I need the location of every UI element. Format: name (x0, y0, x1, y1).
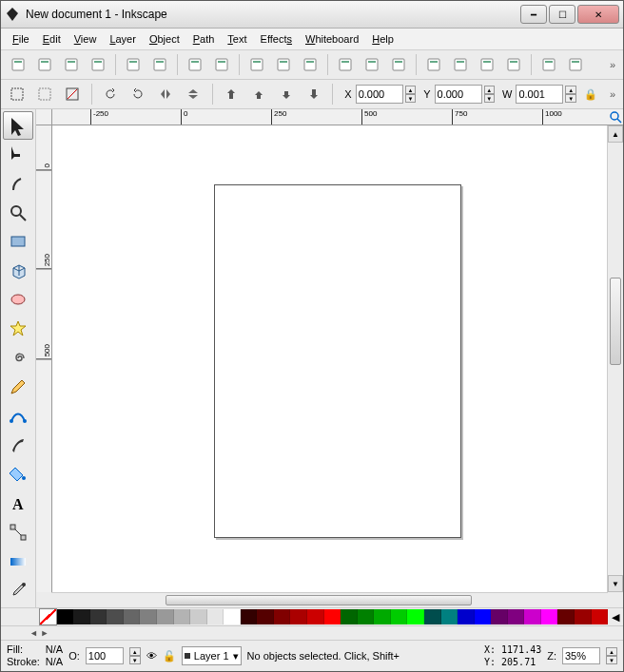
print-icon[interactable] (86, 52, 110, 77)
swatch[interactable] (274, 609, 291, 624)
raise-top-icon[interactable] (220, 82, 244, 106)
no-fill-swatch[interactable] (39, 608, 57, 625)
menu-help[interactable]: Help (366, 31, 400, 47)
select-all-icon[interactable] (6, 82, 29, 106)
swatch[interactable] (174, 609, 191, 624)
zoom-drawing-icon[interactable] (386, 52, 411, 77)
swatch[interactable] (575, 609, 592, 624)
swatch[interactable] (374, 609, 391, 624)
expand-main-toolbar[interactable]: » (606, 59, 619, 70)
ruler-horizontal[interactable]: -25002505007501000 (52, 109, 623, 125)
dropper-tool[interactable] (3, 577, 33, 605)
flip-v-icon[interactable] (182, 82, 205, 106)
x-spinner[interactable]: ▲▼ (405, 86, 416, 103)
swatch[interactable] (73, 609, 90, 624)
text-tool[interactable]: A (3, 490, 33, 518)
x-input[interactable] (356, 85, 403, 104)
layer-selector[interactable]: Layer 1 ▾ (182, 646, 242, 665)
select-tool[interactable] (3, 111, 33, 140)
bezier-tool[interactable] (3, 402, 33, 431)
ruler-vertical[interactable]: 0250500 (36, 125, 52, 592)
lower-bottom-icon[interactable] (302, 82, 325, 106)
canvas[interactable] (52, 125, 607, 592)
swatch[interactable] (224, 609, 241, 624)
spiral-tool[interactable] (3, 344, 33, 373)
swatch[interactable] (475, 609, 492, 624)
swatch[interactable] (592, 609, 609, 624)
gradient-tool[interactable] (3, 547, 33, 576)
swatch[interactable] (57, 609, 74, 624)
swatch[interactable] (508, 609, 525, 624)
undo-icon[interactable] (183, 52, 207, 77)
swatch[interactable] (257, 609, 274, 624)
swatch[interactable] (324, 609, 341, 624)
pencil-tool[interactable] (3, 373, 33, 401)
layer-lock-icon[interactable]: 🔓 (163, 650, 176, 662)
menu-effects[interactable]: Effects (255, 31, 298, 47)
vertical-scrollbar[interactable]: ▲ ▼ (607, 125, 623, 592)
xml-editor-icon[interactable] (536, 52, 561, 77)
swatch[interactable] (124, 609, 141, 624)
import-icon[interactable] (121, 52, 146, 77)
layer-visibility-icon[interactable]: 👁 (146, 650, 157, 662)
clone-icon[interactable] (448, 52, 473, 77)
fill-value[interactable]: N/A (46, 643, 63, 656)
maximize-button[interactable]: ☐ (549, 5, 575, 24)
redo-icon[interactable] (209, 52, 234, 77)
menu-text[interactable]: Text (222, 31, 252, 47)
stroke-value[interactable]: N/A (46, 656, 63, 668)
duplicate-icon[interactable] (421, 52, 446, 77)
zoom-tool[interactable] (3, 199, 33, 227)
menu-layer[interactable]: Layer (104, 31, 142, 47)
swatch[interactable] (557, 609, 575, 624)
swatch[interactable] (190, 609, 207, 624)
expand-toolbar-icon[interactable]: » (606, 88, 619, 100)
swatch[interactable] (140, 609, 157, 624)
menu-object[interactable]: Object (144, 31, 185, 47)
swatch[interactable] (290, 609, 307, 624)
export-icon[interactable] (147, 52, 172, 77)
align-icon[interactable] (563, 52, 588, 77)
close-button[interactable]: ✕ (577, 5, 619, 24)
swatch[interactable] (157, 609, 174, 624)
rotate-cw-icon[interactable] (127, 82, 150, 106)
new-file-icon[interactable] (6, 52, 30, 77)
swatch[interactable] (407, 609, 424, 624)
open-file-icon[interactable] (32, 52, 57, 77)
menu-view[interactable]: View (68, 31, 103, 47)
swatch[interactable] (541, 609, 558, 624)
y-input[interactable] (435, 85, 482, 104)
horizontal-scrollbar[interactable] (51, 592, 608, 607)
paint-bucket-tool[interactable] (3, 460, 33, 489)
node-tool[interactable] (3, 141, 33, 169)
swatch[interactable] (307, 609, 324, 624)
3dbox-tool[interactable] (3, 257, 33, 285)
w-input[interactable] (516, 85, 563, 104)
menu-path[interactable]: Path (187, 31, 221, 47)
calligraphy-tool[interactable] (3, 432, 33, 460)
ellipse-tool[interactable] (3, 286, 33, 315)
zoom-page-icon[interactable] (360, 52, 384, 77)
swatch[interactable] (424, 609, 441, 624)
swatch[interactable] (391, 609, 408, 624)
tweak-tool[interactable] (3, 169, 33, 198)
zoom-spinner[interactable]: ▲▼ (606, 647, 617, 664)
save-icon[interactable] (59, 52, 84, 77)
select-original-icon[interactable] (501, 52, 526, 77)
opacity-input[interactable] (86, 647, 124, 664)
palette-scroll[interactable]: ◄ ► (1, 626, 623, 640)
cut-icon[interactable] (271, 52, 296, 77)
hscroll-thumb[interactable] (166, 595, 472, 605)
minimize-button[interactable]: ━ (520, 5, 547, 24)
swatch[interactable] (107, 609, 124, 624)
swatch[interactable] (341, 609, 358, 624)
scroll-up-arrow[interactable]: ▲ (608, 125, 623, 143)
menu-edit[interactable]: Edit (37, 31, 67, 47)
lock-icon[interactable]: 🔒 (579, 82, 603, 106)
star-tool[interactable] (3, 315, 33, 343)
swatch[interactable] (524, 609, 541, 624)
rotate-ccw-icon[interactable] (99, 82, 123, 106)
select-all-layers-icon[interactable] (33, 82, 57, 106)
opacity-spinner[interactable]: ▲▼ (129, 647, 141, 664)
menu-whiteboard[interactable]: Whiteboard (300, 31, 364, 47)
